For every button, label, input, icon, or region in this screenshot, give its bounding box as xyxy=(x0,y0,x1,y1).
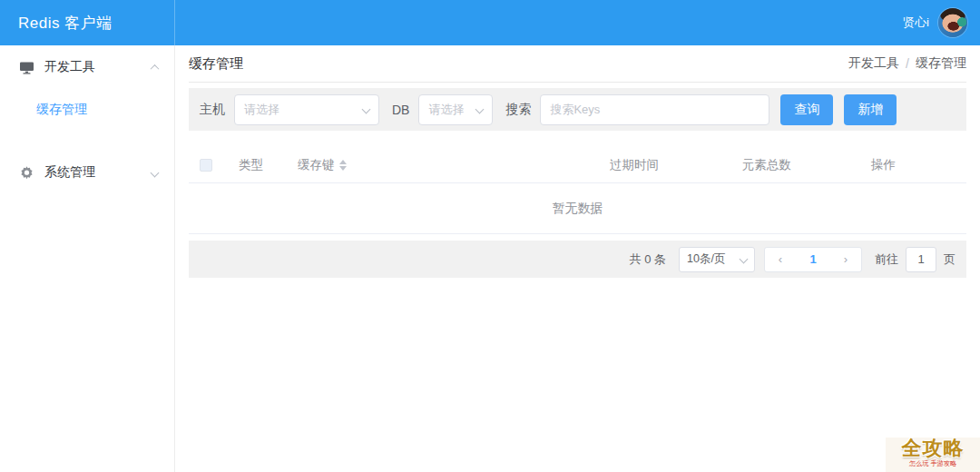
sidebar-item-label: 开发工具 xyxy=(44,59,95,75)
add-button[interactable]: 新增 xyxy=(844,94,897,125)
column-type: 类型 xyxy=(230,157,288,173)
column-cache-key-label: 缓存键 xyxy=(298,157,335,173)
monitor-icon xyxy=(19,60,34,75)
sidebar-item-label: 系统管理 xyxy=(44,164,95,181)
column-operation: 操作 xyxy=(862,157,966,173)
sidebar-subitem-label: 缓存管理 xyxy=(36,102,87,118)
db-label: DB xyxy=(392,103,409,117)
pagination-bar: 共 0 条 10条/页 ‹ 1 › 前往 页 xyxy=(189,241,966,278)
sort-carets-icon[interactable] xyxy=(339,160,347,171)
search-input[interactable] xyxy=(550,103,760,116)
page-header: 缓存管理 开发工具 / 缓存管理 xyxy=(189,45,966,83)
topbar-user-area[interactable]: 贤心i xyxy=(903,8,980,37)
query-button[interactable]: 查询 xyxy=(780,94,833,125)
chevron-down-icon xyxy=(475,105,485,114)
breadcrumb-dev-tools[interactable]: 开发工具 xyxy=(848,55,899,72)
chevron-down-icon xyxy=(740,255,749,264)
chevron-down-icon xyxy=(151,168,160,177)
gear-icon xyxy=(19,165,34,181)
filter-bar: 主机 请选择 DB 请选择 搜索 查询 新增 xyxy=(189,88,966,131)
select-all-checkbox[interactable] xyxy=(200,159,212,172)
chevron-down-icon xyxy=(362,105,371,114)
goto-label: 前往 xyxy=(875,251,898,268)
pagination-total: 共 0 条 xyxy=(630,251,666,268)
page-size-value: 10条/页 xyxy=(687,251,725,267)
next-page-button[interactable]: › xyxy=(830,248,861,271)
host-label: 主机 xyxy=(200,102,225,118)
goto-page-input[interactable] xyxy=(906,247,936,272)
host-select[interactable]: 请选择 xyxy=(234,94,379,125)
db-select-placeholder: 请选择 xyxy=(428,102,464,118)
sidebar-item-dev-tools[interactable]: 开发工具 xyxy=(0,45,174,89)
app-title: Redis 客户端 xyxy=(18,13,113,34)
breadcrumb-separator: / xyxy=(906,56,909,71)
user-avatar[interactable] xyxy=(938,8,967,37)
db-select[interactable]: 请选择 xyxy=(418,94,493,125)
pager: ‹ 1 › xyxy=(764,247,862,272)
search-input-wrapper xyxy=(540,94,769,125)
sidebar-item-system-management[interactable]: 系统管理 xyxy=(0,151,174,194)
main-content: 缓存管理 开发工具 / 缓存管理 主机 请选择 DB 请选择 搜索 查询 新增 … xyxy=(175,45,980,472)
host-select-placeholder: 请选择 xyxy=(244,102,279,118)
prev-page-button[interactable]: ‹ xyxy=(765,248,796,271)
current-page[interactable]: 1 xyxy=(796,252,830,266)
table-empty-state: 暂无数据 xyxy=(189,183,966,234)
page-unit-label: 页 xyxy=(944,251,956,268)
page-title: 缓存管理 xyxy=(189,55,243,73)
username[interactable]: 贤心i xyxy=(903,15,929,31)
app-logo-area: Redis 客户端 xyxy=(0,0,175,45)
sidebar-item-cache-management[interactable]: 缓存管理 xyxy=(0,89,174,131)
sidebar-gap xyxy=(0,131,174,151)
search-label: 搜索 xyxy=(505,102,531,118)
column-cache-key: 缓存键 xyxy=(288,157,601,173)
sort-desc-icon[interactable] xyxy=(339,166,347,171)
table-header: 类型 缓存键 过期时间 元素总数 操作 xyxy=(189,147,966,183)
chevron-up-icon xyxy=(151,64,160,73)
breadcrumb: 开发工具 / 缓存管理 xyxy=(848,55,966,72)
page-size-select[interactable]: 10条/页 xyxy=(679,247,755,272)
column-expire-time: 过期时间 xyxy=(601,157,730,173)
breadcrumb-cache-management: 缓存管理 xyxy=(916,55,966,72)
select-all-cell xyxy=(189,159,230,172)
column-element-count: 元素总数 xyxy=(730,157,862,173)
sidebar: 开发工具 缓存管理 系统管理 xyxy=(0,45,175,472)
topbar: Redis 客户端 贤心i xyxy=(0,0,980,45)
empty-text: 暂无数据 xyxy=(553,201,603,217)
sort-asc-icon[interactable] xyxy=(339,160,347,164)
